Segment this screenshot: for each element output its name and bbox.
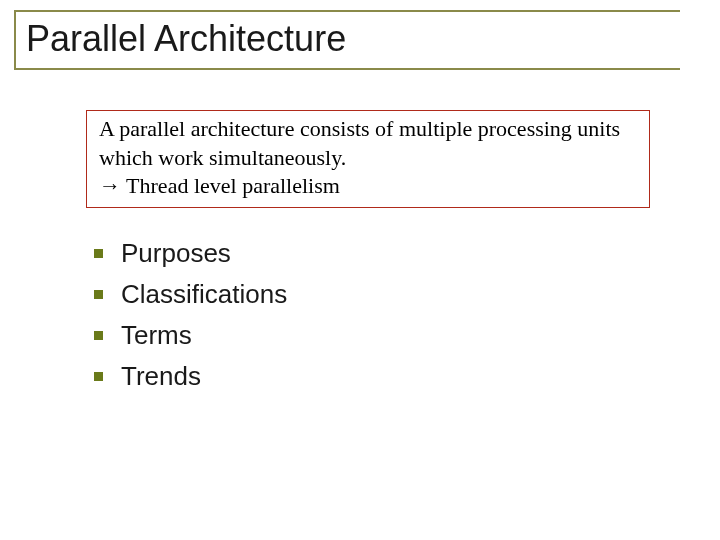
list-item: Classifications [94,279,720,310]
bullet-icon [94,372,103,381]
bullet-icon [94,331,103,340]
bullet-label: Trends [121,361,201,392]
bullet-icon [94,290,103,299]
bullet-list: Purposes Classifications Terms Trends [94,238,720,392]
bullet-label: Terms [121,320,192,351]
title-block: Parallel Architecture [0,10,720,70]
bullet-icon [94,249,103,258]
list-item: Purposes [94,238,720,269]
title-rule-bottom [14,68,680,70]
definition-line-2: → Thread level parallelism [99,172,637,201]
list-item: Terms [94,320,720,351]
slide-title: Parallel Architecture [16,12,346,68]
list-item: Trends [94,361,720,392]
definition-line-1: A parallel architecture consists of mult… [99,115,637,172]
bullet-label: Purposes [121,238,231,269]
bullet-label: Classifications [121,279,287,310]
definition-box: A parallel architecture consists of mult… [86,110,650,208]
